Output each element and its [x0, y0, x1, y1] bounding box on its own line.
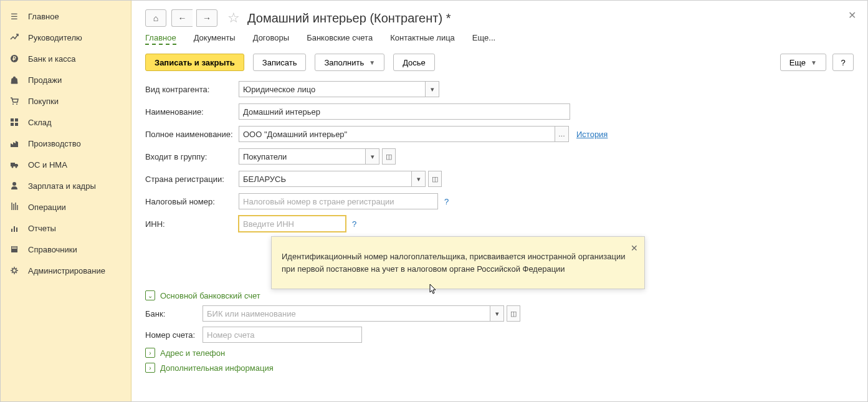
sidebar-item-main[interactable]: ☰ Главное [1, 6, 131, 27]
bag-icon [9, 75, 19, 85]
sidebar-item-label: Руководителю [28, 33, 82, 42]
taxnum-label: Налоговый номер: [145, 197, 239, 206]
bank-label: Банк: [145, 309, 203, 318]
svg-rect-8 [11, 163, 15, 166]
sidebar-item-bank[interactable]: ₽ Банк и касса [1, 48, 131, 69]
expand-icon: › [145, 363, 155, 373]
bank-section-toggle[interactable]: ⌄ Основной банковский счет [145, 290, 854, 300]
save-close-button[interactable]: Записать и закрыть [145, 54, 244, 71]
history-link[interactable]: История [576, 130, 608, 139]
sidebar-item-label: ОС и НМА [28, 160, 67, 170]
arrow-left-icon: ← [178, 13, 187, 23]
help-link[interactable]: ? [444, 197, 449, 206]
home-button[interactable]: ⌂ [145, 9, 166, 27]
extra-section-toggle[interactable]: › Дополнительная информация [145, 363, 854, 373]
svg-rect-13 [14, 226, 15, 232]
sidebar-item-operations[interactable]: Операции [1, 196, 131, 218]
type-label: Вид контрагента: [145, 85, 239, 94]
tooltip-close-icon[interactable]: ✕ [631, 242, 638, 255]
tab-bank-accounts[interactable]: Банковские счета [307, 33, 373, 45]
back-button[interactable]: ← [171, 9, 193, 27]
taxnum-input[interactable] [239, 193, 438, 209]
address-section-toggle[interactable]: › Адрес и телефон [145, 348, 854, 358]
country-input[interactable] [239, 171, 412, 187]
sidebar-item-warehouse[interactable]: Склад [1, 112, 131, 133]
help-button[interactable]: ? [832, 54, 854, 71]
sidebar-item-assets[interactable]: ОС и НМА [1, 154, 131, 175]
tooltip-text: Идентификационный номер налогоплательщик… [282, 252, 625, 274]
open-icon[interactable]: ◫ [428, 171, 442, 187]
extra-section-title: Дополнительная информация [160, 363, 274, 373]
tab-documents[interactable]: Документы [194, 33, 236, 45]
svg-point-10 [16, 166, 17, 168]
favorite-star-icon[interactable]: ☆ [227, 10, 240, 26]
content-area: ✕ ⌂ ← → ☆ Домашний интерьер (Контрагент)… [131, 1, 867, 401]
collapse-icon: ⌄ [145, 290, 155, 300]
bank-input[interactable] [203, 305, 490, 322]
svg-rect-16 [12, 247, 17, 247]
arrow-right-icon: → [203, 13, 211, 23]
dropdown-icon[interactable]: ▾ [366, 148, 379, 165]
tab-contracts[interactable]: Договоры [253, 33, 289, 45]
sidebar-item-sales[interactable]: Продажи [1, 69, 131, 90]
account-input[interactable] [203, 327, 362, 343]
dropdown-icon[interactable]: ▾ [490, 305, 504, 322]
svg-rect-4 [11, 118, 14, 122]
inn-tooltip: ✕ Идентификационный номер налогоплательщ… [271, 236, 645, 289]
type-select[interactable] [239, 81, 426, 97]
tab-main[interactable]: Главное [145, 33, 176, 45]
name-input[interactable] [239, 103, 570, 120]
page-title: Домашний интерьер (Контрагент) * [247, 11, 451, 26]
country-label: Страна регистрации: [145, 175, 239, 184]
help-link[interactable]: ? [352, 219, 356, 229]
person-icon [9, 181, 19, 191]
tab-more[interactable]: Еще... [472, 33, 495, 45]
svg-point-11 [12, 182, 16, 186]
fullname-input[interactable] [239, 126, 555, 142]
dropdown-icon[interactable]: ▾ [426, 81, 439, 97]
inn-input[interactable] [239, 216, 346, 232]
sidebar-item-reports[interactable]: Отчеты [1, 218, 131, 239]
sidebar-item-payroll[interactable]: Зарплата и кадры [1, 175, 131, 196]
ruble-icon: ₽ [9, 54, 19, 64]
close-icon[interactable]: ✕ [848, 9, 856, 21]
truck-icon [9, 160, 19, 170]
menu-icon: ☰ [9, 11, 19, 21]
toolbar: Записать и закрыть Записать Заполнить ▼ … [145, 54, 854, 71]
svg-point-9 [12, 166, 14, 168]
open-icon[interactable]: ◫ [507, 305, 520, 322]
sidebar-item-production[interactable]: Производство [1, 133, 131, 154]
bank-section-title: Основной банковский счет [160, 291, 260, 300]
sidebar-item-manager[interactable]: Руководителю [1, 27, 131, 48]
sidebar-item-label: Администрирование [28, 266, 105, 275]
fullname-label: Полное наименование: [145, 130, 239, 139]
svg-point-18 [12, 269, 16, 272]
open-icon[interactable]: ◫ [382, 148, 396, 165]
svg-rect-6 [11, 123, 14, 126]
ellipsis-icon[interactable]: … [555, 126, 569, 142]
dossier-button[interactable]: Досье [393, 54, 435, 71]
gear-icon [9, 266, 19, 275]
dropdown-icon[interactable]: ▾ [412, 171, 426, 187]
sidebar-item-purchases[interactable]: Покупки [1, 90, 131, 112]
svg-rect-14 [16, 227, 17, 232]
svg-text:₽: ₽ [12, 55, 16, 62]
sidebar-item-label: Производство [28, 139, 81, 148]
sidebar-item-directories[interactable]: Справочники [1, 239, 131, 260]
tabs-bar: Главное Документы Договоры Банковские сч… [145, 33, 854, 45]
more-button-label: Еще [789, 58, 806, 67]
titlebar: ⌂ ← → ☆ Домашний интерьер (Контрагент) * [145, 9, 854, 27]
expand-icon: › [145, 348, 155, 358]
grid-icon [9, 117, 19, 127]
forward-button[interactable]: → [196, 9, 217, 27]
sidebar-item-admin[interactable]: Администрирование [1, 260, 131, 281]
svg-rect-17 [12, 248, 17, 249]
save-button[interactable]: Записать [253, 54, 307, 71]
tab-contacts[interactable]: Контактные лица [390, 33, 455, 45]
more-button[interactable]: Еще ▼ [780, 54, 826, 71]
cart-icon [9, 96, 19, 106]
fill-button[interactable]: Заполнить ▼ [315, 54, 384, 71]
fill-button-label: Заполнить [324, 58, 364, 67]
group-input[interactable] [239, 148, 366, 165]
factory-icon [9, 138, 19, 148]
